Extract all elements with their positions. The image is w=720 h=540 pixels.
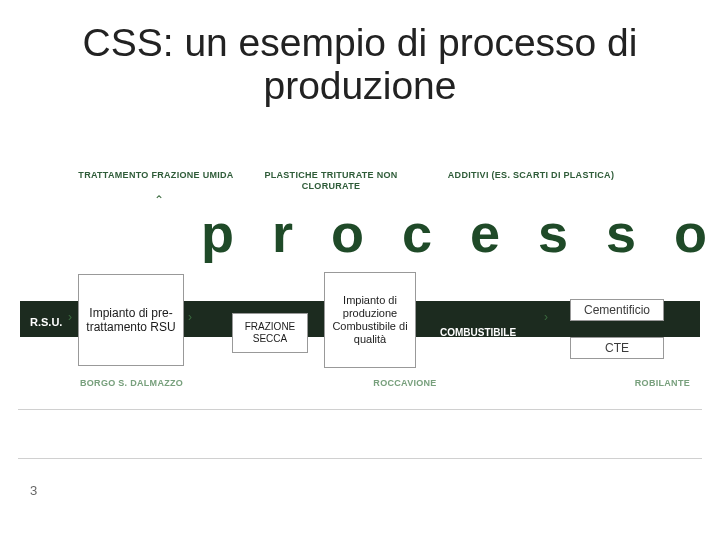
node-combustible: COMBUSTIBILE — [440, 327, 540, 349]
divider — [18, 409, 702, 410]
location-borgo: BORGO S. DALMAZZO — [80, 378, 260, 388]
node-dry-fraction: FRAZIONE SECCA — [232, 313, 308, 353]
slide: CSS: un esempio di processo di produzion… — [0, 0, 720, 540]
node-cte: CTE — [570, 337, 664, 359]
node-fuel-plant: Impianto di produzione Combustibile di q… — [324, 272, 416, 368]
processo-heading: processo — [201, 202, 720, 264]
outputs-group: Cementificio CTE — [570, 299, 664, 359]
input-label-additives: ADDITIVI (ES. SCARTI DI PLASTICA) — [426, 170, 636, 192]
location-labels-row: BORGO S. DALMAZZO ROCCAVIONE ROBILANTE — [80, 378, 690, 388]
flow-row: R.S.U. Impianto di pre-trattamento RSU F… — [22, 272, 698, 368]
divider — [18, 458, 702, 459]
input-label-humid: TRATTAMENTO FRAZIONE UMIDA — [76, 170, 236, 192]
node-cement-plant: Cementificio — [570, 299, 664, 321]
location-robilante: ROBILANTE — [550, 378, 690, 388]
slide-title: CSS: un esempio di processo di produzion… — [0, 22, 720, 108]
process-inputs-row: TRATTAMENTO FRAZIONE UMIDA PLASTICHE TRI… — [76, 170, 696, 192]
page-number: 3 — [30, 483, 37, 498]
input-label-plastics: PLASTICHE TRITURATE NON CLORURATE — [236, 170, 426, 192]
node-pretreatment-plant: Impianto di pre-trattamento RSU — [78, 274, 184, 366]
chevron-right-icon: › — [188, 310, 192, 324]
chevron-right-icon: › — [544, 310, 548, 324]
chevron-right-icon: › — [68, 310, 72, 324]
chevron-up-icon: ⌃ — [154, 193, 164, 207]
node-rsu: R.S.U. — [30, 316, 80, 352]
location-roccavione: ROCCAVIONE — [260, 378, 550, 388]
